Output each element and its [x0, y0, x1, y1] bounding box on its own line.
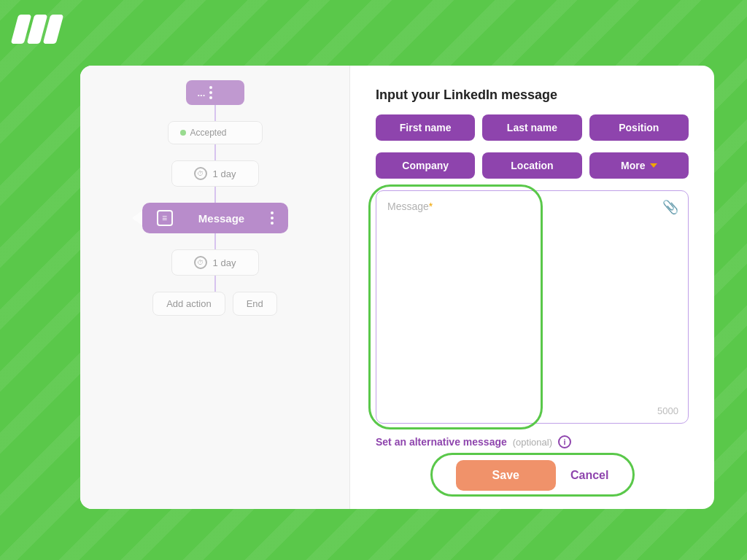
save-button[interactable]: Save: [456, 460, 556, 491]
btn-last-name[interactable]: Last name: [482, 114, 581, 141]
workflow-bottom-row: Add action End: [152, 292, 277, 316]
workflow-panel: ... Accepted ⏱ 1 day: [80, 66, 350, 509]
app-logo: [15, 15, 60, 44]
workflow-diagram: ... Accepted ⏱ 1 day: [95, 80, 335, 316]
end-node[interactable]: End: [233, 292, 277, 316]
accepted-dot: [180, 130, 186, 136]
message-area-wrapper: Message* 📎 5000: [376, 190, 689, 424]
form-title: Input your LinkedIn message: [376, 88, 689, 103]
workflow-node-accepted: Accepted: [168, 121, 263, 144]
timer-icon-2: ⏱: [194, 256, 207, 269]
node-top-label: ...: [198, 88, 206, 98]
workflow-delay-2: ⏱ 1 day: [171, 249, 259, 276]
tag-buttons-row-2: Company Location More: [376, 152, 689, 179]
main-card: ... Accepted ⏱ 1 day: [80, 66, 714, 509]
workflow-node-top: ...: [186, 80, 244, 105]
accepted-label: Accepted: [190, 128, 227, 138]
form-panel: Input your LinkedIn message First name L…: [350, 66, 714, 509]
action-row: Save Cancel: [376, 460, 689, 491]
end-label: End: [247, 298, 263, 309]
alt-message-row: Set an alternative message (optional) i: [376, 435, 689, 448]
panel-arrow: [132, 211, 142, 225]
btn-company[interactable]: Company: [376, 152, 475, 179]
message-textarea[interactable]: [376, 190, 689, 424]
delay2-label: 1 day: [213, 257, 236, 268]
chevron-down-icon: [650, 163, 657, 168]
node-top-menu[interactable]: [209, 86, 212, 99]
connector-2: [214, 144, 216, 160]
alt-message-link[interactable]: Set an alternative message: [376, 436, 507, 448]
delay1-label: 1 day: [213, 168, 236, 179]
attach-icon[interactable]: 📎: [662, 199, 678, 215]
btn-position[interactable]: Position: [589, 114, 689, 141]
message-node-menu[interactable]: [271, 211, 274, 225]
message-node-label: Message: [198, 212, 244, 225]
workflow-node-message[interactable]: ≡ Message: [142, 203, 288, 233]
timer-icon-1: ⏱: [194, 167, 207, 180]
info-icon[interactable]: i: [558, 435, 571, 448]
workflow-delay-1: ⏱ 1 day: [171, 160, 259, 187]
alt-optional-label: (optional): [513, 437, 552, 448]
btn-first-name[interactable]: First name: [376, 114, 475, 141]
message-icon: ≡: [157, 210, 173, 226]
add-action-label: Add action: [166, 298, 211, 309]
add-action-node[interactable]: Add action: [152, 292, 225, 316]
connector-5: [214, 276, 216, 292]
connector-1: [214, 105, 216, 121]
btn-location[interactable]: Location: [482, 152, 581, 179]
btn-more-label: More: [621, 160, 645, 171]
connector-3: [214, 187, 216, 203]
btn-more[interactable]: More: [589, 152, 689, 179]
tag-buttons-row-1: First name Last name Position: [376, 114, 689, 141]
connector-4: [214, 233, 216, 249]
cancel-button[interactable]: Cancel: [570, 469, 608, 482]
char-count: 5000: [657, 405, 678, 416]
